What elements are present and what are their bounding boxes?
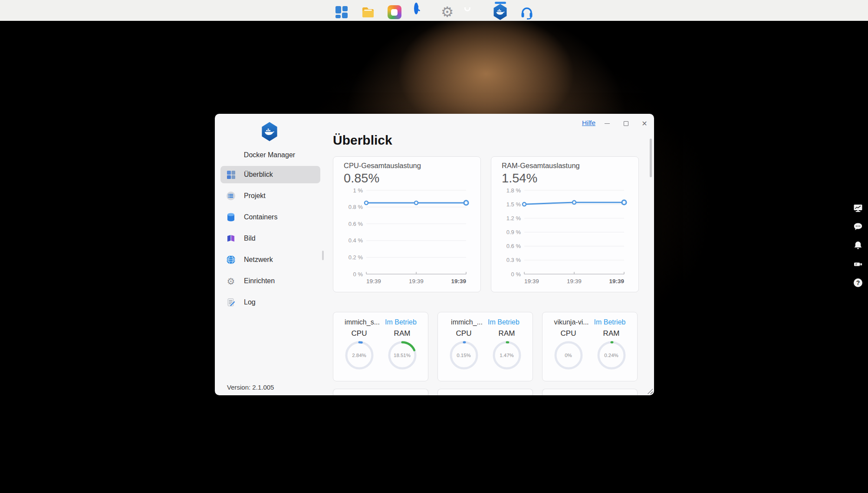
page-title: Überblick <box>333 133 392 148</box>
list-icon <box>225 190 237 202</box>
svg-text:0.6 %: 0.6 % <box>506 243 521 249</box>
ram-label: RAM <box>485 329 528 338</box>
maximize-button[interactable] <box>621 119 631 128</box>
cpu-gauge-value: 2.84% <box>344 340 375 371</box>
cpu-gauge: 0.15% <box>449 340 479 371</box>
ram-usage-card: RAM-Gesamtauslastung 1.54% 1.8 %1.5 %1.2… <box>491 156 639 292</box>
grid-icon <box>225 169 237 180</box>
sidebar-item-einrichten[interactable]: ⚙ Einrichten <box>220 272 320 290</box>
minimize-button[interactable] <box>602 119 612 128</box>
svg-text:19:39: 19:39 <box>366 278 381 285</box>
sidebar-item-containers[interactable]: Containers <box>220 208 320 226</box>
sidebar-item-ueberblick[interactable]: Überblick <box>220 166 320 183</box>
svg-text:1.2 %: 1.2 % <box>506 215 521 222</box>
ram-gauge-value: 1.47% <box>492 340 522 371</box>
app-icon-tiles[interactable] <box>334 0 349 21</box>
cpu-gauge: 2.84% <box>344 340 375 371</box>
sidebar-item-bild[interactable]: Bild <box>220 230 320 247</box>
container-card-header: vikunja-vi... Im Betrieb <box>542 312 637 326</box>
close-button[interactable]: ✕ <box>640 119 649 128</box>
package-bag-icon <box>467 5 481 20</box>
gauges-row: CPU 0% RAM 0.24% <box>542 329 637 371</box>
app-icon-photos[interactable] <box>387 0 402 21</box>
sidebar-item-log[interactable]: Log <box>220 294 320 311</box>
cpu-label: CPU <box>547 329 590 338</box>
usb-icon[interactable] <box>853 259 863 269</box>
app-icon-package-center[interactable] <box>467 0 481 21</box>
edge-dock: ? <box>853 203 863 288</box>
app-icon-support[interactable] <box>519 0 534 21</box>
sidebar-item-label: Containers <box>244 213 277 221</box>
cpu-usage-chart: 1 %0.8 %0.6 %0.4 %0.2 %0 %19:3919:3919:3… <box>333 157 481 293</box>
cpu-label: CPU <box>442 329 485 338</box>
docker-logo <box>261 122 278 141</box>
container-name: vikunja-vi... <box>554 318 589 326</box>
folder-icon <box>361 5 375 20</box>
sidebar-resize-handle[interactable] <box>322 251 324 260</box>
app-icon-backup-clock[interactable] <box>414 0 428 21</box>
sidebar-item-label: Einrichten <box>244 277 275 285</box>
container-card-vikunja[interactable]: vikunja-vi... Im Betrieb CPU 0% RAM 0.24… <box>542 312 638 381</box>
svg-text:0 %: 0 % <box>511 271 521 278</box>
svg-text:0.6 %: 0.6 % <box>349 221 363 227</box>
headset-icon <box>519 5 534 20</box>
container-card-header: immich_... Im Betrieb <box>438 312 533 326</box>
chat-icon[interactable] <box>853 222 863 232</box>
cpu-label: CPU <box>338 329 381 338</box>
resource-monitor-icon[interactable] <box>853 203 863 213</box>
gauges-row: CPU 2.84% RAM 18.51% <box>333 329 428 371</box>
desktop: ⚙ <box>0 0 868 493</box>
svg-text:19:39: 19:39 <box>409 278 424 285</box>
log-icon <box>225 297 237 308</box>
svg-text:19:39: 19:39 <box>524 278 539 285</box>
database-icon <box>225 212 237 223</box>
sidebar-item-label: Netzwerk <box>244 256 273 264</box>
active-app-indicator <box>495 2 506 4</box>
app-icon-files[interactable] <box>361 0 375 21</box>
app-name: Docker Manager <box>215 151 324 159</box>
container-card-partial <box>437 389 533 395</box>
sidebar-item-label: Log <box>244 298 256 306</box>
sidebar-item-netzwerk[interactable]: Netzwerk <box>220 251 320 268</box>
app-icon-docker[interactable] <box>493 0 508 21</box>
photos-icon <box>387 5 402 20</box>
container-name: immich_s... <box>345 318 380 326</box>
ram-gauge: 18.51% <box>387 340 418 371</box>
sidebar-item-label: Überblick <box>244 171 273 179</box>
sidebar-item-label: Projekt <box>244 192 266 200</box>
docker-icon <box>493 5 508 20</box>
svg-text:0.2 %: 0.2 % <box>349 254 363 261</box>
ram-usage-chart: 1.8 %1.5 %1.2 %0.9 %0.6 %0.3 %0 %19:3919… <box>491 157 639 293</box>
help-icon[interactable]: ? <box>853 278 863 288</box>
notifications-bell-icon[interactable] <box>853 241 863 250</box>
sidebar-menu: Überblick Projekt <box>220 166 320 311</box>
taskbar: ⚙ <box>0 0 868 21</box>
svg-text:0.3 %: 0.3 % <box>506 257 521 263</box>
sidebar-item-projekt[interactable]: Projekt <box>220 187 320 205</box>
help-link[interactable]: Hilfe <box>582 119 595 127</box>
container-status: Im Betrieb <box>488 318 519 326</box>
svg-text:1.8 %: 1.8 % <box>506 187 521 194</box>
scrollbar-thumb[interactable] <box>650 139 652 177</box>
ram-gauge-value: 18.51% <box>387 340 418 371</box>
container-status: Im Betrieb <box>594 318 626 326</box>
app-icon-settings[interactable]: ⚙ <box>440 0 455 21</box>
version-label: Version: 2.1.005 <box>227 384 274 391</box>
svg-text:19:39: 19:39 <box>567 278 582 285</box>
sidebar-item-label: Bild <box>244 235 256 242</box>
window-resize-grip[interactable] <box>646 387 653 394</box>
svg-text:0 %: 0 % <box>353 271 363 278</box>
globe-icon <box>225 254 237 265</box>
ram-label: RAM <box>381 329 424 338</box>
container-card-immich[interactable]: immich_... Im Betrieb CPU 0.15% RAM 1.47… <box>437 312 533 381</box>
cpu-gauge: 0% <box>553 340 584 371</box>
svg-text:19:39: 19:39 <box>609 278 624 285</box>
container-card-immich-s[interactable]: immich_s... Im Betrieb CPU 2.84% RAM 18.… <box>333 312 428 381</box>
cpu-gauge-value: 0.15% <box>449 340 479 371</box>
svg-text:1.5 %: 1.5 % <box>506 201 521 208</box>
container-name: immich_... <box>451 318 483 326</box>
gear-icon: ⚙ <box>440 5 455 20</box>
svg-text:0.9 %: 0.9 % <box>506 229 521 235</box>
docker-manager-window: Hilfe ✕ Docker Manager <box>215 114 654 395</box>
ram-gauge: 0.24% <box>596 340 627 371</box>
